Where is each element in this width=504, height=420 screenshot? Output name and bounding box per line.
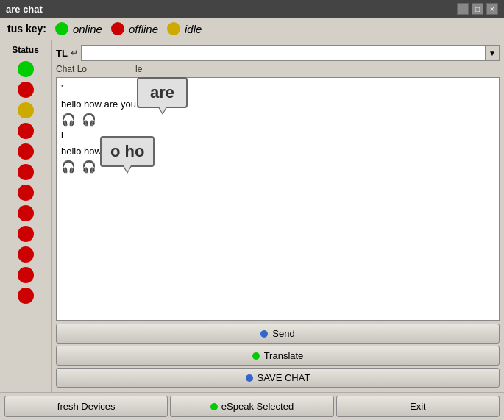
- chat-log-label2: le: [135, 64, 142, 74]
- chat-text-area[interactable]: ' hello how are you 🎧 🎧 l hello how are …: [56, 77, 500, 321]
- chat-line-2: hello how are you: [61, 97, 494, 112]
- translate-label: Translate: [264, 350, 304, 361]
- sidebar-dot-10: [18, 246, 34, 263]
- sidebar-dot-4: [18, 123, 34, 139]
- refresh-devices-label: fresh Devices: [57, 401, 116, 412]
- offline-dot: [111, 22, 124, 35]
- sidebar-dot-12: [18, 288, 34, 304]
- window-controls: – □ ×: [457, 3, 498, 15]
- status-idle: idle: [167, 22, 202, 35]
- sidebar-dot-1: [18, 61, 34, 77]
- status-key-row: tus key: online offline idle: [0, 18, 504, 40]
- sidebar-dot-11: [18, 267, 34, 283]
- exit-button[interactable]: Exit: [336, 396, 500, 417]
- espeak-dot: [210, 403, 218, 410]
- status-online: online: [55, 22, 102, 35]
- save-dot: [246, 374, 253, 382]
- callout-are: are: [137, 77, 188, 108]
- offline-label: offline: [129, 23, 158, 35]
- callout-oho-text: o ho: [110, 142, 144, 160]
- sidebar-dot-3: [18, 102, 34, 118]
- window-title: are chat: [6, 4, 43, 15]
- send-label: Send: [272, 328, 294, 339]
- sidebar: Status: [0, 40, 52, 392]
- exit-label: Exit: [410, 401, 426, 412]
- status-key-label: tus key:: [7, 23, 46, 35]
- espeak-selected-label: eSpeak Selected: [221, 401, 294, 412]
- enter-icon: ↵: [71, 48, 78, 58]
- bottom-bar: fresh Devices eSpeak Selected Exit: [0, 392, 504, 420]
- translate-dot: [252, 352, 260, 360]
- sidebar-dot-9: [18, 226, 34, 242]
- headphone-icon-1: 🎧: [61, 113, 76, 127]
- body-area: Status TL ↵ ▼: [0, 40, 504, 392]
- headphone-icon-3: 🎧: [61, 160, 76, 174]
- tl-dropdown[interactable]: [81, 45, 500, 61]
- chat-log-label-row: Chat Lo le: [56, 64, 500, 74]
- chat-line-1: ': [61, 81, 494, 96]
- save-chat-button[interactable]: SAVE CHAT: [56, 368, 500, 388]
- main-container: tus key: online offline idle Status: [0, 18, 504, 420]
- maximize-button[interactable]: □: [472, 3, 483, 15]
- espeak-selected-button[interactable]: eSpeak Selected: [170, 396, 333, 417]
- callout-oho: o ho: [100, 136, 155, 167]
- tl-dropdown-wrapper: ▼: [81, 45, 500, 61]
- callout-are-text: are: [150, 83, 174, 102]
- sidebar-dot-7: [18, 185, 34, 201]
- sidebar-dot-8: [18, 205, 34, 221]
- send-button[interactable]: Send: [56, 324, 500, 344]
- idle-label: idle: [185, 23, 202, 35]
- online-dot: [55, 22, 68, 35]
- idle-dot: [167, 22, 180, 35]
- button-row: Send Translate SAVE CHAT: [56, 324, 500, 388]
- headphone-icon-2: 🎧: [82, 113, 96, 127]
- tl-label: TL: [56, 48, 68, 59]
- sidebar-dot-5: [18, 143, 34, 160]
- minimize-button[interactable]: –: [457, 3, 469, 15]
- content-area: TL ↵ ▼ Chat Lo le are: [52, 40, 504, 392]
- chat-log-container: are o ho ' hello how are you: [56, 77, 500, 321]
- save-chat-label: SAVE CHAT: [258, 372, 310, 383]
- translate-button[interactable]: Translate: [56, 346, 500, 366]
- chat-log-label: Chat Lo: [56, 64, 87, 74]
- send-dot: [260, 330, 268, 338]
- sidebar-header: Status: [3, 45, 48, 55]
- sidebar-dot-6: [18, 164, 34, 180]
- close-button[interactable]: ×: [486, 3, 498, 15]
- headphone-row-1: 🎧 🎧: [61, 113, 494, 127]
- refresh-devices-button[interactable]: fresh Devices: [4, 396, 168, 417]
- status-offline: offline: [111, 22, 158, 35]
- tl-row: TL ↵ ▼: [56, 45, 500, 61]
- dropdown-arrow-icon[interactable]: ▼: [485, 45, 500, 61]
- online-label: online: [73, 23, 102, 35]
- sidebar-dot-2: [18, 82, 34, 98]
- title-bar: are chat – □ ×: [0, 0, 504, 18]
- headphone-icon-4: 🎧: [82, 160, 96, 174]
